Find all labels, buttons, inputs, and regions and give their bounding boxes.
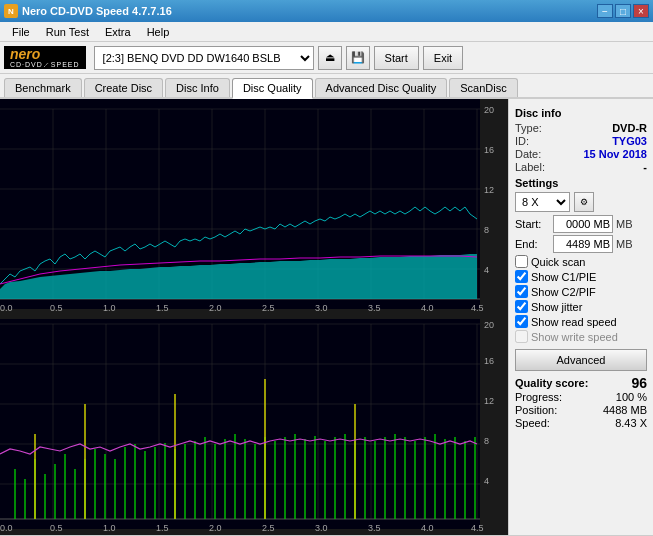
start-label: Start:	[515, 218, 550, 230]
svg-text:3.0: 3.0	[315, 523, 328, 533]
show-write-speed-label: Show write speed	[531, 331, 618, 343]
end-field: End: MB	[515, 235, 647, 253]
svg-text:1.5: 1.5	[156, 303, 169, 313]
tab-benchmark[interactable]: Benchmark	[4, 78, 82, 97]
svg-text:20: 20	[484, 105, 494, 115]
position-label: Position:	[515, 404, 557, 416]
settings-icon[interactable]: ⚙	[574, 192, 594, 212]
show-read-speed-label: Show read speed	[531, 316, 617, 328]
speed-value: 8.43 X	[615, 417, 647, 429]
start-button[interactable]: Start	[374, 46, 419, 70]
settings-title: Settings	[515, 177, 647, 189]
tab-scan-disc[interactable]: ScanDisc	[449, 78, 517, 97]
disc-label-label: Label:	[515, 161, 545, 173]
drive-selector[interactable]: [2:3] BENQ DVD DD DW1640 BSLB	[94, 46, 314, 70]
logo-text: nero	[10, 47, 80, 61]
disc-info-title: Disc info	[515, 107, 647, 119]
svg-text:4.0: 4.0	[421, 523, 434, 533]
show-c2pif-row: Show C2/PIF	[515, 285, 647, 298]
show-read-speed-checkbox[interactable]	[515, 315, 528, 328]
titlebar-controls: − □ ×	[597, 4, 649, 18]
eject-icon[interactable]: ⏏	[318, 46, 342, 70]
position-row: Position: 4488 MB	[515, 404, 647, 416]
disc-type-value: DVD-R	[612, 122, 647, 134]
end-label: End:	[515, 238, 550, 250]
svg-text:0.5: 0.5	[50, 303, 63, 313]
logo-sub: CD·DVD⟋SPEED	[10, 61, 80, 68]
svg-text:1.0: 1.0	[103, 523, 116, 533]
right-panel: Disc info Type: DVD-R ID: TYG03 Date: 15…	[508, 99, 653, 535]
app-logo: nero CD·DVD⟋SPEED	[4, 46, 86, 69]
end-unit: MB	[616, 238, 633, 250]
titlebar-left: N Nero CD-DVD Speed 4.7.7.16	[4, 4, 172, 18]
speed-row: 8 X ⚙	[515, 192, 647, 212]
position-value: 4488 MB	[603, 404, 647, 416]
speed-label: Speed:	[515, 417, 550, 429]
save-icon[interactable]: 💾	[346, 46, 370, 70]
svg-text:8: 8	[484, 436, 489, 446]
svg-text:4: 4	[484, 476, 489, 486]
show-read-speed-row: Show read speed	[515, 315, 647, 328]
disc-type-label: Type:	[515, 122, 542, 134]
svg-text:2.0: 2.0	[209, 523, 222, 533]
disc-date-label: Date:	[515, 148, 541, 160]
menubar: File Run Test Extra Help	[0, 22, 653, 42]
disc-type-row: Type: DVD-R	[515, 122, 647, 134]
start-input[interactable]	[553, 215, 613, 233]
disc-id-label: ID:	[515, 135, 529, 147]
quick-scan-row: Quick scan	[515, 255, 647, 268]
end-input[interactable]	[553, 235, 613, 253]
advanced-button[interactable]: Advanced	[515, 349, 647, 371]
speed-selector[interactable]: 8 X	[515, 192, 570, 212]
show-jitter-label: Show jitter	[531, 301, 582, 313]
svg-text:3.5: 3.5	[368, 523, 381, 533]
svg-text:0.0: 0.0	[0, 523, 13, 533]
svg-text:20: 20	[484, 320, 494, 330]
disc-label-value: -	[643, 161, 647, 173]
quality-score-label: Quality score:	[515, 377, 588, 389]
show-c2pif-label: Show C2/PIF	[531, 286, 596, 298]
svg-text:3.0: 3.0	[315, 303, 328, 313]
tab-bar: Benchmark Create Disc Disc Info Disc Qua…	[0, 74, 653, 99]
tab-create-disc[interactable]: Create Disc	[84, 78, 163, 97]
progress-value: 100 %	[616, 391, 647, 403]
svg-text:0.0: 0.0	[0, 303, 13, 313]
chart-area: 50 40 30 20 10 20 16 12 8 4 0.0 0.5 1	[0, 99, 508, 535]
exit-button[interactable]: Exit	[423, 46, 463, 70]
start-field: Start: MB	[515, 215, 647, 233]
svg-text:4.0: 4.0	[421, 303, 434, 313]
menu-file[interactable]: File	[4, 24, 38, 40]
svg-text:4.5: 4.5	[471, 303, 484, 313]
menu-extra[interactable]: Extra	[97, 24, 139, 40]
show-jitter-checkbox[interactable]	[515, 300, 528, 313]
menu-help[interactable]: Help	[139, 24, 178, 40]
disc-date-value: 15 Nov 2018	[583, 148, 647, 160]
close-button[interactable]: ×	[633, 4, 649, 18]
menu-run-test[interactable]: Run Test	[38, 24, 97, 40]
svg-text:4: 4	[484, 265, 489, 275]
progress-row: Progress: 100 %	[515, 391, 647, 403]
tab-advanced-disc-quality[interactable]: Advanced Disc Quality	[315, 78, 448, 97]
tab-disc-info[interactable]: Disc Info	[165, 78, 230, 97]
tab-disc-quality[interactable]: Disc Quality	[232, 78, 313, 99]
show-write-speed-row: Show write speed	[515, 330, 647, 343]
disc-id-value: TYG03	[612, 135, 647, 147]
disc-id-row: ID: TYG03	[515, 135, 647, 147]
svg-text:3.5: 3.5	[368, 303, 381, 313]
quick-scan-checkbox[interactable]	[515, 255, 528, 268]
minimize-button[interactable]: −	[597, 4, 613, 18]
speed-row-prog: Speed: 8.43 X	[515, 417, 647, 429]
svg-text:12: 12	[484, 396, 494, 406]
quality-score-value: 96	[631, 375, 647, 391]
show-c2pif-checkbox[interactable]	[515, 285, 528, 298]
show-write-speed-checkbox[interactable]	[515, 330, 528, 343]
maximize-button[interactable]: □	[615, 4, 631, 18]
titlebar: N Nero CD-DVD Speed 4.7.7.16 − □ ×	[0, 0, 653, 22]
show-c1pie-checkbox[interactable]	[515, 270, 528, 283]
show-jitter-row: Show jitter	[515, 300, 647, 313]
show-c1pie-row: Show C1/PIE	[515, 270, 647, 283]
svg-text:16: 16	[484, 145, 494, 155]
svg-text:2.5: 2.5	[262, 523, 275, 533]
disc-label-row: Label: -	[515, 161, 647, 173]
svg-text:1.5: 1.5	[156, 523, 169, 533]
